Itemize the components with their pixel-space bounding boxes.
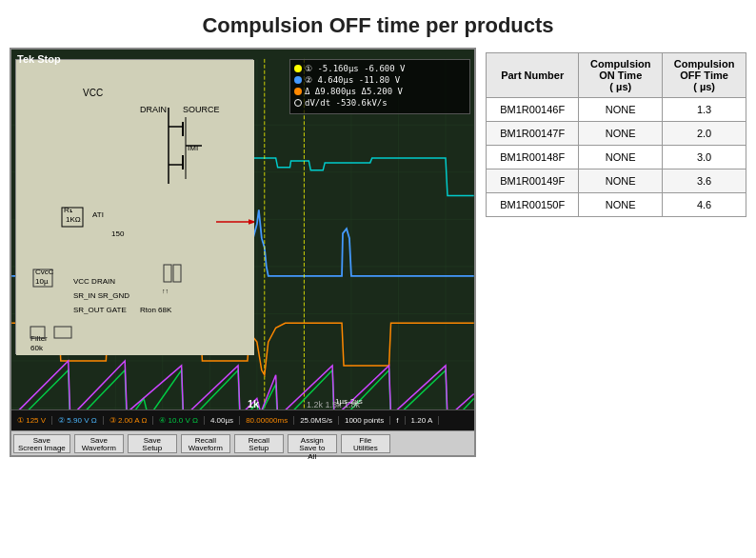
compulsion-table: Part Number CompulsionON Time( µs) Compu… [486,52,746,217]
svg-text:DRAIN: DRAIN [140,105,167,114]
svg-text:↑↑: ↑↑ [162,288,169,294]
ch1-voltage: ① 125 V [11,416,52,425]
table-row: BM1R00146FNONE1.3 [487,98,746,122]
assign-save-button[interactable]: AssignSave toAll [288,434,337,453]
sample-rate: 25.0MS/s [294,416,339,425]
col-header-part: Part Number [487,53,579,98]
table-cell: 4.6 [663,193,746,217]
table-cell: BM1R00148F [487,146,579,169]
col-header-on-time: CompulsionON Time( µs) [579,53,663,98]
svg-text:VCC DRAIN: VCC DRAIN [73,277,115,286]
table-cell: 1.3 [663,98,746,122]
record-length: 1000 points [339,416,390,425]
time-highlight: 80.00000ms [240,416,294,425]
trigger-type: f [390,416,405,425]
oscilloscope-panel: Tek Stop [10,48,476,457]
recall-waveform-button[interactable]: RecallWaveform [181,434,230,453]
trigger-level: 1.20 A [406,416,440,425]
svg-text:C1µ: C1µ [26,353,40,355]
toolbar: SaveScreen Image SaveWaveform SaveSetup … [11,430,474,455]
save-waveform-button[interactable]: SaveWaveform [74,434,124,453]
svg-text:SOURCE: SOURCE [183,105,220,114]
table-panel: Part Number CompulsionON Time( µs) Compu… [486,48,746,457]
table-cell: 3.6 [663,169,746,193]
svg-text:Rton 68K: Rton 68K [140,306,172,314]
time-div: 4.00µs [205,416,240,425]
table-cell: BM1R00146F [487,98,579,122]
svg-text:60k: 60k [30,344,44,352]
ch4-voltage: ④ 10.0 V Ω [153,416,205,425]
table-cell: BM1R00147F [487,122,579,146]
table-cell: BM1R00150F [487,193,579,217]
page-title: Compulsion OFF time per products [0,0,756,48]
table-row: BM1R00147FNONE2.0 [487,122,746,146]
svg-text:10µ: 10µ [35,277,49,286]
table-row: BM1R00150FNONE4.6 [487,193,746,217]
table-row: BM1R00148FNONE3.0 [487,146,746,169]
table-cell: 2.0 [663,122,746,146]
svg-text:R₁: R₁ [64,206,72,214]
table-cell: NONE [579,122,663,146]
ch3-current: ③ 2.00 A Ω [104,416,154,425]
col-header-off-time: CompulsionOFF Time( µs) [663,53,746,98]
cursor-time-label: 1µs-2µs [335,397,363,406]
table-cell: BM1R00149F [487,169,579,193]
save-setup-button[interactable]: SaveSetup [128,434,177,453]
tek-stop-label: Tek Stop [17,53,61,65]
svg-text:SR_OUT GATE: SR_OUT GATE [73,306,127,314]
file-utilities-button[interactable]: FileUtilities [341,434,390,453]
svg-text:ATI: ATI [92,210,104,219]
svg-text:150: 150 [111,229,125,238]
recall-setup-button[interactable]: RecallSetup [234,434,284,453]
svg-text:CvcC: CvcC [35,268,54,276]
svg-text:IMI: IMI [188,144,198,152]
main-content: Tek Stop [0,48,756,457]
svg-text:VCC: VCC [83,88,103,98]
table-cell: NONE [579,98,663,122]
table-cell: NONE [579,193,663,217]
save-screen-button[interactable]: SaveScreen Image [13,434,70,453]
svg-text:1KΩ: 1KΩ [66,215,81,224]
status-bar: ① 125 V ② 5.90 V Ω ③ 2.00 A Ω ④ 10.0 V Ω… [11,409,474,430]
scale-label: 1k [248,398,259,409]
table-cell: NONE [579,146,663,169]
table-cell: 3.0 [663,146,746,169]
table-row: BM1R00149FNONE3.6 [487,169,746,193]
table-cell: NONE [579,169,663,193]
circuit-schematic: VCC DRAIN SOURCE IMI R₁ 1KΩ ATI 150 [15,59,253,354]
ch2-voltage: ② 5.90 V Ω [52,416,104,425]
svg-text:SR_IN SR_GND: SR_IN SR_GND [73,291,129,300]
measurement-box: ① -5.160µs -6.600 V ② 4.640µs -11.80 V Δ… [289,59,470,114]
